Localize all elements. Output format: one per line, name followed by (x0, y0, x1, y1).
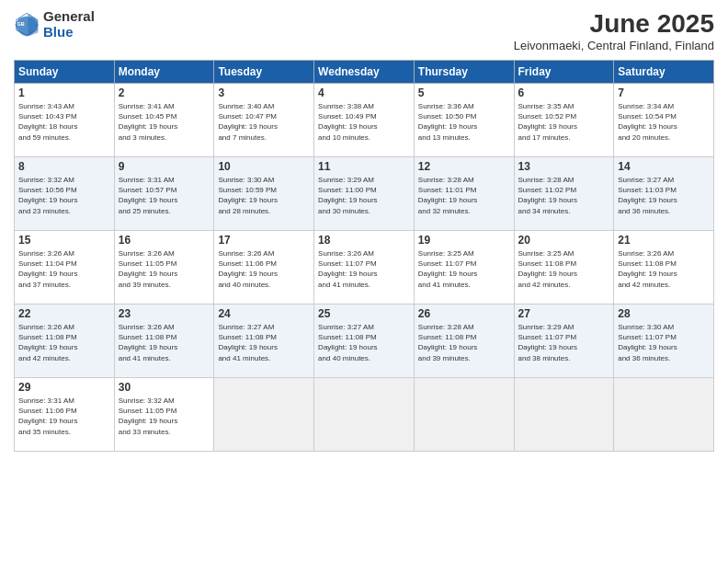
calendar-cell-w2-d2: 9Sunrise: 3:31 AM Sunset: 10:57 PM Dayli… (114, 157, 214, 231)
cell-info: Sunrise: 3:27 AM Sunset: 11:03 PM Daylig… (618, 175, 710, 216)
calendar-cell-w1-d1: 1Sunrise: 3:43 AM Sunset: 10:43 PM Dayli… (15, 84, 115, 157)
week-row-4: 22Sunrise: 3:26 AM Sunset: 11:08 PM Dayl… (15, 304, 714, 378)
week-row-1: 1Sunrise: 3:43 AM Sunset: 10:43 PM Dayli… (15, 84, 714, 157)
col-friday: Friday (514, 61, 614, 84)
calendar-cell-w4-d4: 25Sunrise: 3:27 AM Sunset: 11:08 PM Dayl… (314, 304, 415, 378)
cell-info: Sunrise: 3:28 AM Sunset: 11:08 PM Daylig… (418, 322, 510, 363)
calendar-header-row: Sunday Monday Tuesday Wednesday Thursday… (15, 61, 714, 84)
calendar-cell-w1-d3: 3Sunrise: 3:40 AM Sunset: 10:47 PM Dayli… (214, 84, 314, 157)
day-number: 30 (119, 381, 210, 394)
day-number: 12 (418, 160, 510, 173)
day-number: 16 (119, 234, 210, 247)
cell-info: Sunrise: 3:32 AM Sunset: 10:56 PM Daylig… (18, 175, 110, 216)
calendar-cell-w2-d6: 13Sunrise: 3:28 AM Sunset: 11:02 PM Dayl… (514, 157, 614, 231)
col-thursday: Thursday (414, 61, 514, 84)
calendar-cell-w1-d5: 5Sunrise: 3:36 AM Sunset: 10:50 PM Dayli… (414, 84, 514, 157)
cell-info: Sunrise: 3:28 AM Sunset: 11:01 PM Daylig… (418, 175, 510, 216)
cell-info: Sunrise: 3:26 AM Sunset: 11:08 PM Daylig… (618, 248, 710, 290)
day-number: 9 (119, 160, 210, 173)
cell-info: Sunrise: 3:25 AM Sunset: 11:07 PM Daylig… (418, 248, 510, 290)
cell-info: Sunrise: 3:41 AM Sunset: 10:45 PM Daylig… (119, 101, 210, 143)
calendar-cell-w3-d2: 16Sunrise: 3:26 AM Sunset: 11:05 PM Dayl… (114, 231, 214, 304)
cell-info: Sunrise: 3:36 AM Sunset: 10:50 PM Daylig… (418, 101, 510, 143)
month-title: June 2025 (514, 9, 714, 39)
col-wednesday: Wednesday (314, 61, 415, 84)
cell-info: Sunrise: 3:30 AM Sunset: 10:59 PM Daylig… (218, 175, 310, 216)
day-number: 18 (318, 234, 410, 247)
calendar-cell-w3-d7: 21Sunrise: 3:26 AM Sunset: 11:08 PM Dayl… (614, 231, 714, 304)
calendar-cell-w2-d3: 10Sunrise: 3:30 AM Sunset: 10:59 PM Dayl… (214, 157, 314, 231)
day-number: 3 (218, 86, 310, 99)
day-number: 24 (218, 307, 310, 320)
day-number: 10 (218, 160, 310, 173)
day-number: 29 (18, 381, 110, 394)
col-monday: Monday (114, 61, 214, 84)
title-block: June 2025 Leivonmaeki, Central Finland, … (514, 9, 714, 52)
calendar-cell-w2-d5: 12Sunrise: 3:28 AM Sunset: 11:01 PM Dayl… (414, 157, 514, 231)
day-number: 7 (618, 86, 710, 99)
cell-info: Sunrise: 3:40 AM Sunset: 10:47 PM Daylig… (218, 101, 310, 143)
calendar-cell-w5-d5 (414, 378, 514, 452)
calendar-cell-w2-d4: 11Sunrise: 3:29 AM Sunset: 11:00 PM Dayl… (314, 157, 415, 231)
day-number: 25 (318, 307, 410, 320)
day-number: 5 (418, 86, 510, 99)
cell-info: Sunrise: 3:38 AM Sunset: 10:49 PM Daylig… (318, 101, 410, 143)
calendar-cell-w4-d1: 22Sunrise: 3:26 AM Sunset: 11:08 PM Dayl… (15, 304, 115, 378)
col-sunday: Sunday (15, 61, 115, 84)
calendar-cell-w5-d2: 30Sunrise: 3:32 AM Sunset: 11:05 PM Dayl… (114, 378, 214, 452)
calendar-cell-w2-d1: 8Sunrise: 3:32 AM Sunset: 10:56 PM Dayli… (15, 157, 115, 231)
logo-blue: Blue (43, 24, 74, 40)
calendar-cell-w1-d2: 2Sunrise: 3:41 AM Sunset: 10:45 PM Dayli… (114, 84, 214, 157)
calendar-cell-w3-d1: 15Sunrise: 3:26 AM Sunset: 11:04 PM Dayl… (15, 231, 115, 304)
calendar-cell-w3-d4: 18Sunrise: 3:26 AM Sunset: 11:07 PM Dayl… (314, 231, 415, 304)
calendar-cell-w5-d4 (314, 378, 415, 452)
logo-general: General (43, 8, 95, 24)
cell-info: Sunrise: 3:29 AM Sunset: 11:07 PM Daylig… (518, 322, 610, 363)
cell-info: Sunrise: 3:26 AM Sunset: 11:06 PM Daylig… (218, 248, 310, 290)
calendar-cell-w5-d6 (514, 378, 614, 452)
svg-text:GB: GB (17, 21, 25, 27)
cell-info: Sunrise: 3:43 AM Sunset: 10:43 PM Daylig… (18, 101, 110, 143)
day-number: 14 (618, 160, 710, 173)
week-row-2: 8Sunrise: 3:32 AM Sunset: 10:56 PM Dayli… (15, 157, 714, 231)
day-number: 20 (518, 234, 610, 247)
cell-info: Sunrise: 3:32 AM Sunset: 11:05 PM Daylig… (119, 396, 210, 437)
cell-info: Sunrise: 3:25 AM Sunset: 11:08 PM Daylig… (518, 248, 610, 290)
cell-info: Sunrise: 3:26 AM Sunset: 11:08 PM Daylig… (18, 322, 110, 363)
day-number: 19 (418, 234, 510, 247)
logo-icon: GB (14, 12, 40, 38)
cell-info: Sunrise: 3:31 AM Sunset: 10:57 PM Daylig… (119, 175, 210, 216)
cell-info: Sunrise: 3:26 AM Sunset: 11:05 PM Daylig… (119, 248, 210, 290)
day-number: 1 (18, 86, 110, 99)
cell-info: Sunrise: 3:26 AM Sunset: 11:07 PM Daylig… (318, 248, 410, 290)
day-number: 15 (18, 234, 110, 247)
logo: GB General Blue (14, 9, 95, 40)
day-number: 4 (318, 86, 410, 99)
day-number: 2 (119, 86, 210, 99)
week-row-3: 15Sunrise: 3:26 AM Sunset: 11:04 PM Dayl… (15, 231, 714, 304)
day-number: 26 (418, 307, 510, 320)
day-number: 28 (618, 307, 710, 320)
day-number: 27 (518, 307, 610, 320)
calendar-cell-w4-d7: 28Sunrise: 3:30 AM Sunset: 11:07 PM Dayl… (614, 304, 714, 378)
col-tuesday: Tuesday (214, 61, 314, 84)
week-row-5: 29Sunrise: 3:31 AM Sunset: 11:06 PM Dayl… (15, 378, 714, 452)
header: GB General Blue June 2025 Leivonmaeki, C… (14, 9, 714, 52)
cell-info: Sunrise: 3:31 AM Sunset: 11:06 PM Daylig… (18, 396, 110, 437)
calendar-cell-w3-d5: 19Sunrise: 3:25 AM Sunset: 11:07 PM Dayl… (414, 231, 514, 304)
cell-info: Sunrise: 3:29 AM Sunset: 11:00 PM Daylig… (318, 175, 410, 216)
calendar-cell-w5-d1: 29Sunrise: 3:31 AM Sunset: 11:06 PM Dayl… (15, 378, 115, 452)
cell-info: Sunrise: 3:27 AM Sunset: 11:08 PM Daylig… (218, 322, 310, 363)
location: Leivonmaeki, Central Finland, Finland (514, 39, 714, 52)
day-number: 23 (119, 307, 210, 320)
day-number: 11 (318, 160, 410, 173)
logo-text: General Blue (43, 9, 95, 40)
calendar-cell-w3-d6: 20Sunrise: 3:25 AM Sunset: 11:08 PM Dayl… (514, 231, 614, 304)
calendar-cell-w5-d3 (214, 378, 314, 452)
day-number: 13 (518, 160, 610, 173)
calendar-cell-w1-d4: 4Sunrise: 3:38 AM Sunset: 10:49 PM Dayli… (314, 84, 415, 157)
cell-info: Sunrise: 3:35 AM Sunset: 10:52 PM Daylig… (518, 101, 610, 143)
cell-info: Sunrise: 3:26 AM Sunset: 11:04 PM Daylig… (18, 248, 110, 290)
cell-info: Sunrise: 3:30 AM Sunset: 11:07 PM Daylig… (618, 322, 710, 363)
calendar-cell-w4-d6: 27Sunrise: 3:29 AM Sunset: 11:07 PM Dayl… (514, 304, 614, 378)
